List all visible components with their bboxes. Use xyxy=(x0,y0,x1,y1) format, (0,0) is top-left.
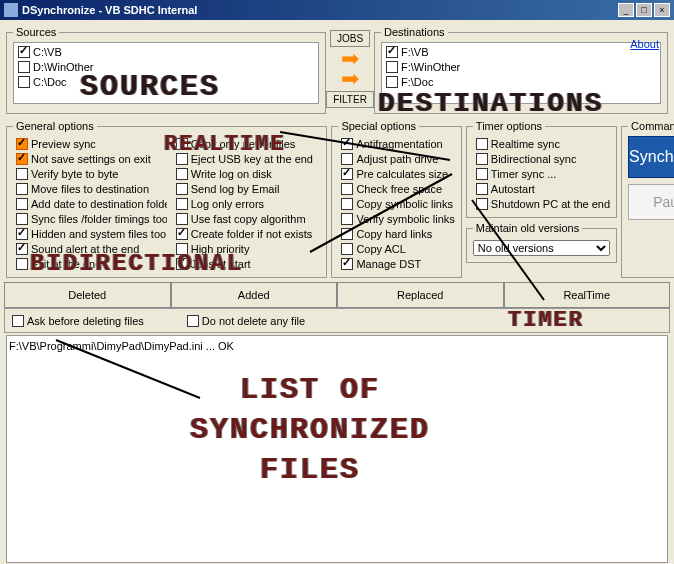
gen-opt-checkbox[interactable] xyxy=(176,243,188,255)
gen-opt-checkbox[interactable] xyxy=(16,258,28,270)
commands-legend: Commands xyxy=(628,120,674,132)
list-item[interactable]: F:\WinOther xyxy=(383,59,659,74)
list-item[interactable]: C:\VB xyxy=(15,44,317,59)
option-line: Preview sync xyxy=(13,136,167,151)
option-line: Sync files /folder timings too xyxy=(13,211,167,226)
destinations-list[interactable]: F:\VBF:\WinOtherF:\Doc xyxy=(381,42,661,104)
spec-opt-checkbox[interactable] xyxy=(341,153,353,165)
tab-deleted[interactable]: Deleted xyxy=(4,282,171,308)
gen-opt-checkbox[interactable] xyxy=(176,168,188,180)
option-line: Eject USB key at the end xyxy=(173,151,321,166)
destinations-legend: Destinations xyxy=(381,26,448,38)
gen-opt-checkbox[interactable] xyxy=(16,228,28,240)
gen-opt-checkbox[interactable] xyxy=(16,153,28,165)
dest-item-checkbox[interactable] xyxy=(386,46,398,58)
gen-opt-label: Log only errors xyxy=(191,198,264,210)
gen-opt-label: Create folder if not exists xyxy=(191,228,313,240)
spec-opt-checkbox[interactable] xyxy=(341,198,353,210)
sources-list[interactable]: C:\VBD:\WinOtherC:\Doc xyxy=(13,42,319,104)
gen-opt-checkbox[interactable] xyxy=(176,153,188,165)
list-item[interactable]: D:\WinOther xyxy=(15,59,317,74)
log-line: F:\VB\Programmi\DimyPad\DimyPad.ini ... … xyxy=(9,338,665,353)
list-item[interactable]: C:\Doc xyxy=(15,74,317,89)
pause-button[interactable]: Pause xyxy=(628,184,674,220)
timer-opt-label: Autostart xyxy=(491,183,535,195)
gen-opt-checkbox[interactable] xyxy=(176,138,188,150)
tab-realtime[interactable]: RealTime xyxy=(504,282,671,308)
option-line: Hidden and system files too xyxy=(13,226,167,241)
gen-opt-checkbox[interactable] xyxy=(16,213,28,225)
destinations-group: Destinations About F:\VBF:\WinOtherF:\Do… xyxy=(374,26,668,114)
gen-opt-label: Use fast copy algorithm xyxy=(191,213,306,225)
timer-opt-checkbox[interactable] xyxy=(476,168,488,180)
maximize-button[interactable]: □ xyxy=(636,3,652,17)
dest-item-checkbox[interactable] xyxy=(386,61,398,73)
gen-opt-checkbox[interactable] xyxy=(16,168,28,180)
source-item-label: C:\VB xyxy=(33,46,62,58)
jobs-button[interactable]: JOBS xyxy=(330,30,370,47)
gen-opt-label: High priority xyxy=(191,243,250,255)
spec-opt-label: Adjust path drive xyxy=(356,153,438,165)
option-line: Exit at the end xyxy=(13,256,167,271)
timer-opt-checkbox[interactable] xyxy=(476,183,488,195)
gen-opt-checkbox[interactable] xyxy=(16,243,28,255)
gen-opt-checkbox[interactable] xyxy=(16,138,28,150)
spec-opt-label: Copy ACL xyxy=(356,243,406,255)
gen-opt-checkbox[interactable] xyxy=(176,258,188,270)
spec-opt-checkbox[interactable] xyxy=(341,258,353,270)
option-line: Adjust path drive xyxy=(338,151,454,166)
option-line: Not save settings on exit xyxy=(13,151,167,166)
source-item-checkbox[interactable] xyxy=(18,61,30,73)
spec-opt-label: Manage DST xyxy=(356,258,421,270)
spec-opt-checkbox[interactable] xyxy=(341,138,353,150)
dest-item-label: F:\VB xyxy=(401,46,429,58)
dest-item-checkbox[interactable] xyxy=(386,76,398,88)
timer-opt-checkbox[interactable] xyxy=(476,153,488,165)
about-link[interactable]: About xyxy=(630,38,659,50)
gen-opt-checkbox[interactable] xyxy=(176,228,188,240)
spec-opt-checkbox[interactable] xyxy=(341,213,353,225)
spec-opt-checkbox[interactable] xyxy=(341,183,353,195)
option-line: Autostart xyxy=(473,181,610,196)
gen-opt-checkbox[interactable] xyxy=(176,183,188,195)
gen-opt-checkbox[interactable] xyxy=(16,183,28,195)
minimize-button[interactable]: _ xyxy=(618,3,634,17)
gen-opt-checkbox[interactable] xyxy=(176,213,188,225)
ask-before-delete-checkbox[interactable] xyxy=(12,315,24,327)
tab-replaced[interactable]: Replaced xyxy=(337,282,504,308)
log-list[interactable]: F:\VB\Programmi\DimyPad\DimyPad.ini ... … xyxy=(6,335,668,563)
spec-opt-checkbox[interactable] xyxy=(341,228,353,240)
gen-opt-label: Write log on disk xyxy=(191,168,272,180)
spec-opt-checkbox[interactable] xyxy=(341,243,353,255)
list-item[interactable]: F:\VB xyxy=(383,44,659,59)
maintain-legend: Maintain old versions xyxy=(473,222,582,234)
filter-button[interactable]: FILTER xyxy=(326,91,374,108)
gen-opt-checkbox[interactable] xyxy=(176,198,188,210)
spec-opt-label: Check free space xyxy=(356,183,442,195)
close-button[interactable]: × xyxy=(654,3,670,17)
source-item-checkbox[interactable] xyxy=(18,76,30,88)
gen-opt-label: Verify byte to byte xyxy=(31,168,118,180)
timer-opt-checkbox[interactable] xyxy=(476,138,488,150)
spec-opt-label: Antifragmentation xyxy=(356,138,442,150)
gen-opt-label: Not save settings on exit xyxy=(31,153,151,165)
list-item[interactable]: F:\Doc xyxy=(383,74,659,89)
option-line: Copy symbolic links xyxy=(338,196,454,211)
option-line: Antifragmentation xyxy=(338,136,454,151)
general-legend: General options xyxy=(13,120,97,132)
timer-opt-checkbox[interactable] xyxy=(476,198,488,210)
option-line: Use fast copy algorithm xyxy=(173,211,321,226)
source-item-label: D:\WinOther xyxy=(33,61,94,73)
option-line: Shutdown PC at the end xyxy=(473,196,610,211)
option-line: Log only errors xyxy=(173,196,321,211)
dont-delete-checkbox[interactable] xyxy=(187,315,199,327)
synchronize-button[interactable]: Synchronize xyxy=(628,136,674,178)
gen-opt-label: Copy only newer files xyxy=(191,138,296,150)
source-item-checkbox[interactable] xyxy=(18,46,30,58)
tab-added[interactable]: Added xyxy=(171,282,338,308)
gen-opt-checkbox[interactable] xyxy=(16,198,28,210)
gen-opt-label: Sync files /folder timings too xyxy=(31,213,167,225)
option-line: Move files to destination xyxy=(13,181,167,196)
spec-opt-checkbox[interactable] xyxy=(341,168,353,180)
maintain-select[interactable]: No old versions xyxy=(473,240,610,256)
